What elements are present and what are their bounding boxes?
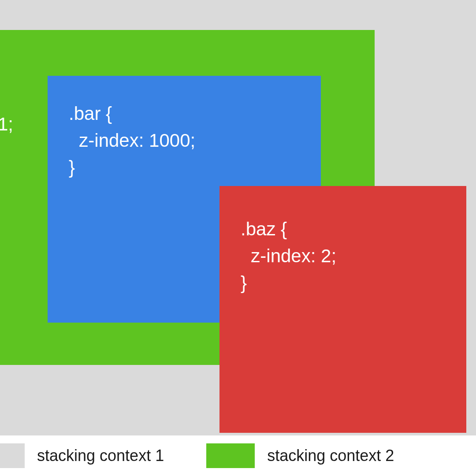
legend-label-context-2: stacking context 2 (267, 446, 394, 465)
legend-swatch-context-2 (206, 443, 255, 468)
baz-css-code: .baz { z-index: 2; } (241, 216, 445, 297)
green-box-code-fragment: 1; (0, 114, 13, 135)
legend-label-context-1: stacking context 1 (37, 446, 164, 465)
legend-swatch-context-1 (0, 443, 25, 468)
baz-element-red-box: .baz { z-index: 2; } (219, 186, 466, 433)
legend: stacking context 1 stacking context 2 (0, 435, 476, 476)
bar-css-code: .bar { z-index: 1000; } (69, 100, 300, 181)
